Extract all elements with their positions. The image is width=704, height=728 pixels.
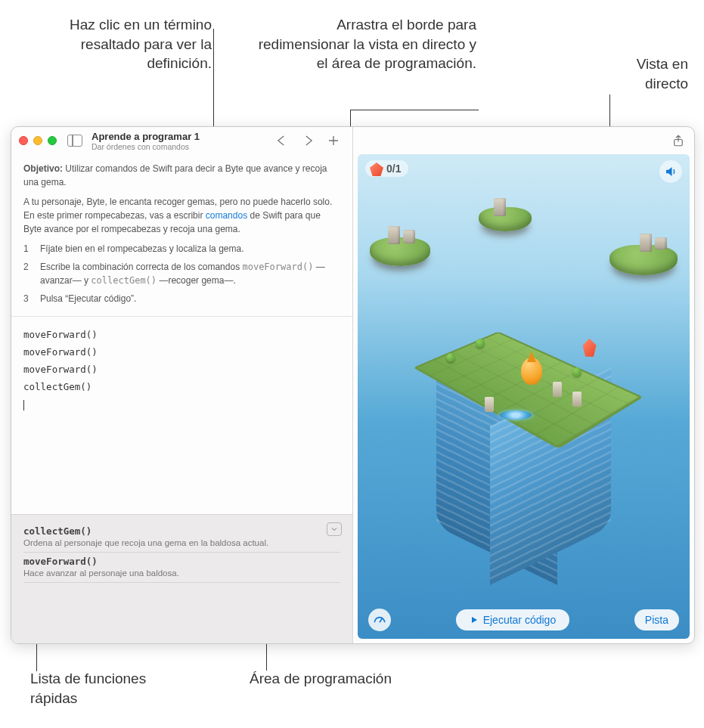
document-subtitle: Dar órdenes con comandos <box>91 142 269 151</box>
quick-function-item[interactable]: moveForward() Hace avanzar al personaje … <box>23 553 340 583</box>
ruin-icon <box>403 230 415 243</box>
objective-text: Utilizar comandos de Swift para decir a … <box>23 163 327 187</box>
quick-function-desc: Hace avanzar al personaje una baldosa. <box>23 568 340 578</box>
annotation-code-area: Área de programación <box>250 669 431 689</box>
close-button[interactable] <box>19 136 28 145</box>
sound-toggle-button[interactable] <box>659 160 682 183</box>
live-view-controls: Ejecutar código Pista <box>358 609 690 631</box>
ruin-icon <box>655 237 667 249</box>
run-code-label: Ejecutar código <box>483 614 557 626</box>
code-line[interactable]: moveForward() <box>23 361 340 378</box>
pillar-icon <box>485 397 494 412</box>
annotation-drag-edge: Arrastra el borde para redimensionar la … <box>250 15 476 73</box>
right-pane: 0/1 <box>353 127 694 643</box>
code-editor[interactable]: moveForward() moveForward() moveForward(… <box>11 317 352 514</box>
gem-counter-badge: 0/1 <box>365 160 408 177</box>
code-token-collectgem: collectGem() <box>91 275 157 286</box>
step-1: Fíjate bien en el rompecabezas y localiz… <box>23 242 340 256</box>
app-window: Aprende a programar 1 Dar órdenes con co… <box>11 126 695 644</box>
add-page-button[interactable] <box>327 134 340 147</box>
quick-function-name: collectGem() <box>23 525 340 537</box>
gauge-icon <box>372 612 387 627</box>
code-cursor-line[interactable] <box>23 396 340 414</box>
prev-page-button[interactable] <box>275 134 289 147</box>
hint-label: Pista <box>645 614 668 626</box>
step-2-text: Escribe la combinación correcta de los c… <box>40 262 242 272</box>
hint-button[interactable]: Pista <box>634 609 679 630</box>
code-line[interactable]: moveForward() <box>23 326 340 343</box>
annotation-highlight-term: Haz clic en un término resaltado para ve… <box>45 15 212 73</box>
run-code-button[interactable]: Ejecutar código <box>456 609 570 630</box>
step-2-end: —recoger gema—. <box>157 275 236 286</box>
objective-label: Objetivo: <box>23 163 63 174</box>
collapse-panel-button[interactable] <box>327 522 342 536</box>
chevron-down-icon <box>330 525 339 534</box>
page-nav <box>275 134 340 147</box>
right-toolbar <box>353 127 694 154</box>
maximize-button[interactable] <box>48 136 57 145</box>
annotation-live-view: Vista en directo <box>597 54 688 93</box>
live-view[interactable]: 0/1 <box>358 154 690 639</box>
ruin-icon <box>388 226 400 244</box>
left-pane: Aprende a programar 1 Dar órdenes con co… <box>11 127 353 643</box>
annotation-line <box>350 110 479 110</box>
share-button[interactable] <box>671 133 685 148</box>
instructions-panel: Objetivo: Utilizar comandos de Swift par… <box>11 154 352 317</box>
window-controls <box>19 136 57 145</box>
tree-icon <box>572 367 581 376</box>
speaker-icon <box>664 165 678 178</box>
titlebar: Aprende a programar 1 Dar órdenes con co… <box>11 127 352 154</box>
toggle-sidebar-button[interactable] <box>67 135 82 147</box>
intro-paragraph: A tu personaje, Byte, le encanta recoger… <box>23 195 340 236</box>
gem-counter-value: 0/1 <box>386 163 401 175</box>
tree-icon <box>446 353 455 362</box>
quick-function-name: moveForward() <box>23 556 340 567</box>
quick-function-desc: Ordena al personaje que recoja una gema … <box>23 538 340 547</box>
pillar-icon <box>572 392 581 407</box>
next-page-button[interactable] <box>301 134 315 147</box>
gem-icon <box>583 339 597 357</box>
play-icon <box>470 615 479 624</box>
annotation-quick-funcs: Lista de funciones rápidas <box>30 669 181 708</box>
steps-list: Fíjate bien en el rompecabezas y localiz… <box>23 242 340 305</box>
floating-island <box>370 237 430 266</box>
code-token-moveforward: moveForward() <box>242 262 313 272</box>
minimize-button[interactable] <box>33 136 42 145</box>
ruin-icon <box>640 234 652 252</box>
speed-button[interactable] <box>368 609 391 631</box>
glossary-link-comandos[interactable]: comandos <box>206 210 247 221</box>
step-3: Pulsa “Ejecutar código”. <box>23 292 340 305</box>
byte-character <box>519 358 544 394</box>
step-2: Escribe la combinación correcta de los c… <box>23 260 340 287</box>
quick-function-item[interactable]: collectGem() Ordena al personaje que rec… <box>23 522 340 553</box>
quick-functions-panel: collectGem() Ordena al personaje que rec… <box>11 514 352 643</box>
code-line[interactable]: moveForward() <box>23 343 340 361</box>
title-block: Aprende a programar 1 Dar órdenes con co… <box>91 131 269 151</box>
pillar-icon <box>553 382 562 397</box>
code-line[interactable]: collectGem() <box>23 378 340 395</box>
objective-line: Objetivo: Utilizar comandos de Swift par… <box>23 162 340 189</box>
ruin-icon <box>494 198 506 216</box>
document-title: Aprende a programar 1 <box>91 131 269 142</box>
game-world <box>403 285 645 527</box>
